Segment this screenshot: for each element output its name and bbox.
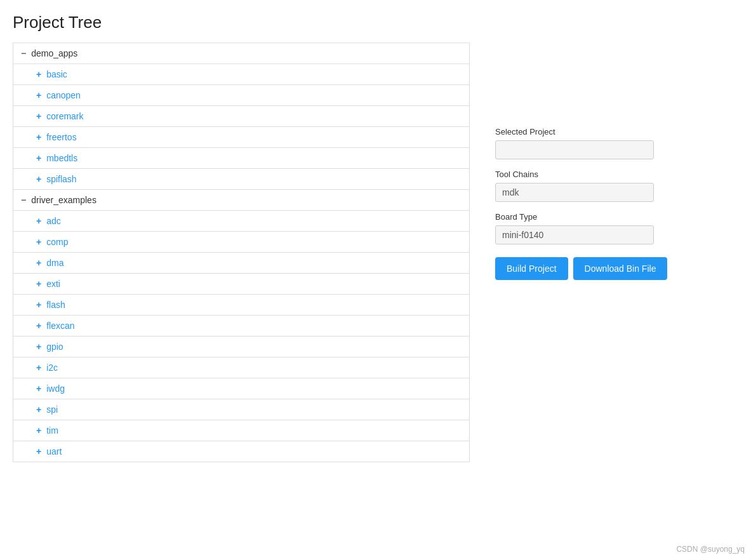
project-tree: − demo_apps + basic + canopen + coremark… — [13, 43, 470, 462]
item-label-tim: tim — [46, 425, 58, 436]
item-label-uart: uart — [46, 446, 62, 457]
item-label-spi: spi — [46, 404, 58, 415]
tree-item-exti[interactable]: + exti — [13, 274, 469, 295]
expand-icon-basic: + — [36, 69, 41, 79]
group-label-driver-examples: driver_examples — [31, 195, 96, 205]
expand-icon-flexcan: + — [36, 321, 41, 331]
expand-icon-iwdg: + — [36, 383, 41, 394]
tree-item-canopen[interactable]: + canopen — [13, 85, 469, 106]
tree-item-dma[interactable]: + dma — [13, 253, 469, 274]
item-label-freertos: freertos — [46, 132, 76, 142]
tree-item-uart[interactable]: + uart — [13, 441, 469, 462]
expand-icon-i2c: + — [36, 363, 41, 373]
tree-item-spi[interactable]: + spi — [13, 399, 469, 420]
tree-item-freertos[interactable]: + freertos — [13, 127, 469, 148]
tree-item-spiflash[interactable]: + spiflash — [13, 169, 469, 190]
download-bin-file-button[interactable]: Download Bin File — [573, 257, 668, 280]
item-label-i2c: i2c — [46, 363, 58, 373]
expand-icon-exti: + — [36, 279, 41, 289]
selected-project-group: Selected Project — [495, 127, 738, 159]
item-label-adc: adc — [46, 216, 61, 226]
expand-icon-flash: + — [36, 300, 41, 310]
expand-icon-mbedtls: + — [36, 153, 41, 163]
tree-group-demo-apps[interactable]: − demo_apps — [13, 43, 469, 64]
collapse-icon-demo-apps: − — [21, 48, 26, 58]
item-label-comp: comp — [46, 237, 68, 247]
collapse-icon-driver-examples: − — [21, 195, 26, 205]
expand-icon-coremark: + — [36, 111, 41, 121]
tree-item-gpio[interactable]: + gpio — [13, 337, 469, 357]
item-label-gpio: gpio — [46, 342, 63, 352]
item-label-basic: basic — [46, 69, 67, 79]
selected-project-label: Selected Project — [495, 127, 738, 137]
expand-icon-dma: + — [36, 258, 41, 268]
page-title: Project Tree — [13, 13, 470, 32]
expand-icon-canopen: + — [36, 90, 41, 100]
item-label-canopen: canopen — [46, 90, 81, 100]
item-label-dma: dma — [46, 258, 63, 268]
expand-icon-spiflash: + — [36, 174, 41, 184]
tree-item-i2c[interactable]: + i2c — [13, 357, 469, 378]
tree-group-driver-examples[interactable]: − driver_examples — [13, 190, 469, 211]
tree-item-flexcan[interactable]: + flexcan — [13, 316, 469, 337]
tool-chains-label: Tool Chains — [495, 170, 738, 179]
expand-icon-comp: + — [36, 237, 41, 247]
item-label-coremark: coremark — [46, 111, 83, 121]
expand-icon-tim: + — [36, 425, 41, 436]
item-label-spiflash: spiflash — [46, 174, 76, 184]
action-buttons: Build Project Download Bin File — [495, 257, 738, 280]
board-type-group: Board Type — [495, 212, 738, 244]
tool-chains-group: Tool Chains — [495, 170, 738, 202]
item-label-mbedtls: mbedtls — [46, 153, 77, 163]
expand-icon-spi: + — [36, 404, 41, 415]
tree-item-adc[interactable]: + adc — [13, 211, 469, 232]
tree-item-iwdg[interactable]: + iwdg — [13, 378, 469, 399]
expand-icon-gpio: + — [36, 342, 41, 352]
tree-item-mbedtls[interactable]: + mbedtls — [13, 148, 469, 169]
expand-icon-adc: + — [36, 216, 41, 226]
expand-icon-freertos: + — [36, 132, 41, 142]
item-label-exti: exti — [46, 279, 60, 289]
left-panel: Project Tree − demo_apps + basic + canop… — [13, 13, 470, 462]
tree-item-flash[interactable]: + flash — [13, 295, 469, 316]
expand-icon-uart: + — [36, 446, 41, 457]
board-type-label: Board Type — [495, 212, 738, 222]
item-label-flexcan: flexcan — [46, 321, 74, 331]
build-project-button[interactable]: Build Project — [495, 257, 568, 280]
tool-chains-input[interactable] — [495, 183, 654, 202]
item-label-flash: flash — [46, 300, 65, 310]
right-panel: Selected Project Tool Chains Board Type … — [495, 13, 738, 462]
board-type-input[interactable] — [495, 225, 654, 244]
tree-item-comp[interactable]: + comp — [13, 232, 469, 253]
item-label-iwdg: iwdg — [46, 383, 65, 394]
group-label-demo-apps: demo_apps — [31, 48, 77, 58]
tree-item-tim[interactable]: + tim — [13, 420, 469, 441]
tree-item-coremark[interactable]: + coremark — [13, 106, 469, 127]
tree-item-basic[interactable]: + basic — [13, 64, 469, 85]
selected-project-input[interactable] — [495, 140, 654, 159]
